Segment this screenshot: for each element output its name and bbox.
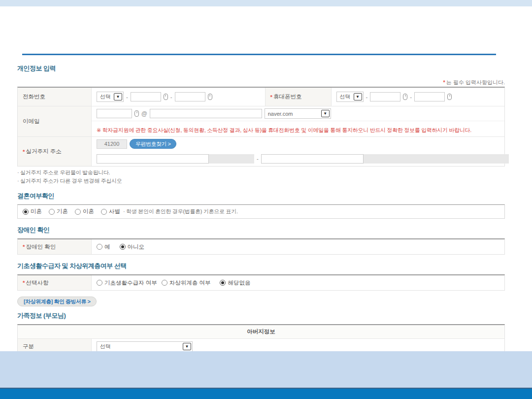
radio-icon bbox=[162, 280, 167, 286]
email-notice-line: ※ 학자금지원에 관한 중요사실(신청, 동의현황, 소득산정 결과, 심사 등… bbox=[92, 124, 504, 136]
radio-icon bbox=[23, 209, 29, 215]
at-icon: @ bbox=[141, 110, 147, 117]
footer-dark-bar bbox=[0, 388, 532, 399]
address-value-cell: 41200 우편번호찾기 > - bbox=[92, 137, 514, 166]
mobile-value-cell: 선택▼ - - bbox=[332, 88, 505, 106]
basic-living-table: *선택사항 기초생활수급자 여부 차상위계층 여부 해당없음 bbox=[17, 274, 505, 291]
section-title-family: 가족정보 (부모님) bbox=[17, 311, 505, 320]
radio-icon bbox=[120, 244, 126, 250]
footer-light-band bbox=[0, 351, 532, 388]
disability-label: *장애인 확인 bbox=[18, 239, 92, 254]
basic-living-label: *선택사항 bbox=[18, 275, 92, 290]
section-title-personal-info: 개인정보 입력 bbox=[17, 64, 505, 73]
disability-table: *장애인 확인 예 아니오 bbox=[17, 238, 505, 255]
phone-prefix-select[interactable]: 선택▼ bbox=[97, 92, 124, 102]
mobile-last-input[interactable] bbox=[414, 92, 445, 101]
radio-marriage-divorced[interactable]: 이혼 bbox=[75, 208, 94, 215]
top-accent-bar bbox=[0, 0, 532, 6]
title-divider-line bbox=[22, 54, 496, 55]
email-domain-select[interactable]: naver.com▼ bbox=[265, 108, 331, 119]
phone-last-input[interactable] bbox=[175, 92, 205, 101]
address-detail-input[interactable] bbox=[261, 154, 364, 164]
radio-icon bbox=[97, 280, 102, 286]
radio-icon bbox=[97, 244, 102, 250]
mobile-label: *휴대폰번호 bbox=[265, 88, 332, 106]
personal-info-table: 전화번호 선택▼ - - *휴대폰번호 선택▼ - bbox=[17, 87, 505, 166]
radio-next-lowest[interactable]: 차상위계층 여부 bbox=[162, 279, 211, 287]
radio-icon bbox=[49, 209, 55, 215]
radio-marriage-married[interactable]: 기혼 bbox=[49, 208, 68, 215]
address-base-readonly bbox=[209, 154, 254, 164]
address-label: *실거주지 주소 bbox=[18, 137, 92, 166]
zipcode-input[interactable]: 41200 bbox=[97, 139, 127, 149]
marriage-options-box: 미혼 기혼 이혼 사별 · 학생 본인이 혼인한 경우(법률혼) 기혼으로 표기… bbox=[17, 204, 505, 219]
email-input-line: @ naver.com▼ bbox=[92, 106, 504, 121]
address-row: *실거주지 주소 41200 우편번호찾기 > - bbox=[18, 137, 504, 166]
radio-icon bbox=[75, 209, 81, 215]
radio-disability-no[interactable]: 아니오 bbox=[120, 243, 145, 251]
email-value-cell: @ naver.com▼ ※ 학자금지원에 관한 중요사실(신청, 동의현황, … bbox=[92, 106, 504, 136]
evidence-docs-button[interactable]: [차상위계층] 확인 증빙서류 > bbox=[17, 297, 97, 306]
address-note-2: · 실거주지 주소가 다른 경우 변경해 주십시오 bbox=[17, 177, 505, 185]
zipcode-search-button[interactable]: 우편번호찾기 > bbox=[130, 139, 176, 149]
mouse-icon bbox=[134, 110, 139, 117]
mouse-icon bbox=[164, 94, 168, 100]
email-id-input[interactable] bbox=[97, 109, 132, 118]
chevron-down-icon: ▼ bbox=[354, 93, 362, 100]
chevron-down-icon: ▼ bbox=[114, 93, 122, 100]
radio-basic-recipient[interactable]: 기초생활수급자 여부 bbox=[97, 279, 157, 287]
gubun-select[interactable]: 선택▼ bbox=[97, 341, 193, 352]
disability-value-cell: 예 아니오 bbox=[92, 239, 504, 254]
email-notice-text: ※ 학자금지원에 관한 중요사실(신청, 동의현황, 소득산정 결과, 심사 등… bbox=[97, 127, 471, 134]
zipcode-line: 41200 우편번호찾기 > bbox=[92, 137, 514, 151]
mouse-icon bbox=[403, 94, 407, 100]
chevron-down-icon: ▼ bbox=[321, 110, 330, 117]
address-detail-readonly bbox=[364, 154, 509, 164]
radio-icon bbox=[220, 280, 226, 286]
radio-marriage-widowed[interactable]: 사별 bbox=[101, 208, 120, 215]
mouse-icon bbox=[447, 94, 452, 100]
mobile-mid-input[interactable] bbox=[370, 92, 400, 101]
phone-value-cell: 선택▼ - - bbox=[92, 88, 265, 106]
phone-label: 전화번호 bbox=[18, 88, 92, 106]
mobile-prefix-select[interactable]: 선택▼ bbox=[336, 92, 364, 102]
section-title-marriage: 결혼여부확인 bbox=[17, 192, 505, 200]
mouse-icon bbox=[208, 94, 212, 100]
marriage-note: · 학생 본인이 혼인한 경우(법률혼) 기혼으로 표기. bbox=[123, 208, 238, 215]
radio-icon bbox=[101, 209, 107, 215]
chevron-down-icon: ▼ bbox=[183, 343, 191, 350]
address-note-1: · 실거주지 주소로 우편물이 발송됩니다. bbox=[17, 169, 505, 176]
section-title-basic-living: 기초생활수급자 및 차상위계층여부 선택 bbox=[17, 262, 505, 270]
email-label: 이메일 bbox=[18, 106, 92, 136]
required-fields-note: *는 필수 입력사항입니다. bbox=[443, 79, 505, 86]
email-domain-input[interactable] bbox=[150, 109, 262, 118]
email-row: 이메일 @ naver.com▼ ※ 학자금지원에 관한 중요사실(신청, 동의… bbox=[18, 106, 504, 137]
radio-disability-yes[interactable]: 예 bbox=[97, 243, 110, 251]
scholarship-application-page: 개인정보 입력 *는 필수 입력사항입니다. 전화번호 선택▼ - - *휴대폰… bbox=[0, 0, 532, 399]
section-title-disability: 장애인 확인 bbox=[17, 226, 505, 234]
basic-living-value-cell: 기초생활수급자 여부 차상위계층 여부 해당없음 bbox=[92, 275, 504, 290]
radio-marriage-single[interactable]: 미혼 bbox=[23, 208, 42, 215]
required-star: * bbox=[443, 79, 445, 85]
basic-living-row: *선택사항 기초생활수급자 여부 차상위계층 여부 해당없음 bbox=[18, 275, 504, 290]
phone-row: 전화번호 선택▼ - - *휴대폰번호 선택▼ - bbox=[18, 88, 504, 106]
radio-not-applicable[interactable]: 해당없음 bbox=[220, 279, 250, 287]
disability-row: *장애인 확인 예 아니오 bbox=[18, 239, 504, 254]
address-base-input[interactable] bbox=[97, 154, 209, 164]
father-info-header: 아버지정보 bbox=[18, 325, 504, 339]
address-detail-line: - bbox=[92, 153, 514, 166]
main-content: 개인정보 입력 *는 필수 입력사항입니다. 전화번호 선택▼ - - *휴대폰… bbox=[17, 64, 505, 385]
phone-mid-input[interactable] bbox=[131, 92, 161, 101]
